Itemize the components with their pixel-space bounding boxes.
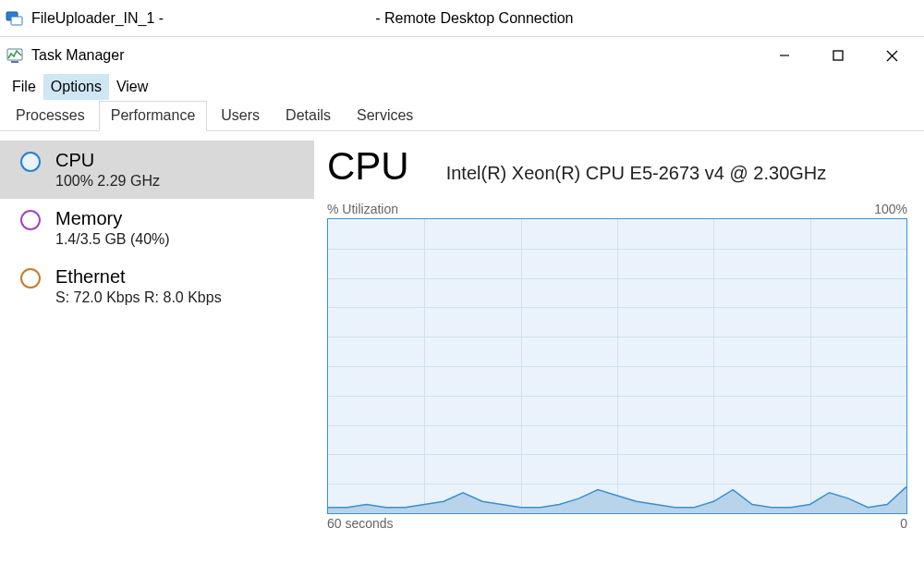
menu-options[interactable]: Options — [43, 74, 109, 100]
chart-ylabel: % Utilization — [327, 202, 398, 216]
rdp-window-title: - Remote Desktop Connection — [375, 10, 573, 27]
chart-xright: 0 — [900, 516, 907, 531]
tab-performance[interactable]: Performance — [99, 101, 208, 131]
performance-sidebar: CPU 100% 2.29 GHz Memory 1.4/3.5 GB (40%… — [0, 131, 314, 565]
sidebar-item-memory[interactable]: Memory 1.4/3.5 GB (40%) — [0, 199, 314, 257]
tab-users[interactable]: Users — [209, 101, 272, 131]
taskmanager-icon — [6, 46, 24, 65]
sidebar-ethernet-sub: S: 72.0 Kbps R: 8.0 Kbps — [55, 289, 222, 306]
ethernet-icon — [20, 268, 41, 289]
menubar: File Options View — [0, 74, 924, 100]
menu-file[interactable]: File — [5, 74, 43, 100]
cpu-chart-svg — [328, 219, 906, 513]
window-controls — [758, 41, 918, 70]
taskmanager-title: Task Manager — [31, 47, 125, 64]
cpu-icon — [20, 152, 41, 172]
sidebar-cpu-label: CPU — [55, 150, 160, 171]
cpu-model: Intel(R) Xeon(R) CPU E5-2673 v4 @ 2.30GH… — [446, 163, 827, 184]
main-heading: CPU — [327, 144, 409, 189]
svg-rect-1 — [11, 17, 22, 25]
sidebar-item-cpu[interactable]: CPU 100% 2.29 GHz — [0, 141, 314, 199]
sidebar-memory-sub: 1.4/3.5 GB (40%) — [55, 231, 170, 248]
maximize-button[interactable] — [811, 41, 865, 70]
tab-processes[interactable]: Processes — [4, 101, 97, 131]
cpu-utilization-chart[interactable] — [327, 218, 907, 514]
svg-rect-3 — [11, 61, 18, 63]
tabbar: Processes Performance Users Details Serv… — [0, 100, 924, 131]
menu-view[interactable]: View — [109, 74, 155, 100]
svg-rect-5 — [833, 51, 843, 60]
minimize-button[interactable] — [758, 41, 811, 70]
rdp-icon — [6, 9, 24, 28]
sidebar-item-ethernet[interactable]: Ethernet S: 72.0 Kbps R: 8.0 Kbps — [0, 257, 314, 315]
rdp-titlebar: FileUploader_IN_1 - - Remote Desktop Con… — [0, 0, 924, 37]
sidebar-cpu-sub: 100% 2.29 GHz — [55, 173, 160, 190]
sidebar-memory-label: Memory — [55, 208, 170, 229]
taskmanager-titlebar: Task Manager — [0, 37, 924, 74]
close-button[interactable] — [865, 41, 918, 70]
memory-icon — [20, 210, 41, 230]
chart-ymax: 100% — [874, 202, 907, 216]
tab-services[interactable]: Services — [345, 101, 425, 131]
performance-main: CPU Intel(R) Xeon(R) CPU E5-2673 v4 @ 2.… — [314, 131, 924, 565]
chart-xleft: 60 seconds — [327, 516, 394, 531]
tab-details[interactable]: Details — [274, 101, 343, 131]
sidebar-ethernet-label: Ethernet — [55, 266, 222, 288]
rdp-machine-name: FileUploader_IN_1 - — [31, 10, 164, 27]
